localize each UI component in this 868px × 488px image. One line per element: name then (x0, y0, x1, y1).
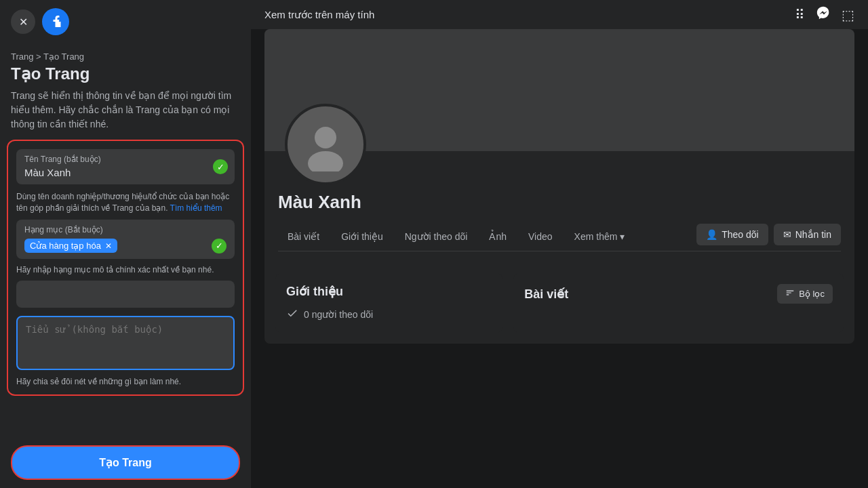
filter-icon (785, 288, 795, 300)
breadcrumb: Trang > Tạo Trang (0, 43, 251, 62)
page-description: Trang sẽ hiển thị thông tin về bạn để mọ… (0, 89, 251, 140)
expand-icon: ⬚ (842, 7, 854, 22)
category-field: Hạng mục (Bắt buộc) Cửa hàng tạp hóa ✕ ✓ (16, 220, 235, 259)
message-button[interactable]: ✉ Nhắn tin (774, 224, 841, 245)
followers-info: 0 người theo dõi (286, 307, 492, 322)
preview-expand-button[interactable]: ⬚ (842, 7, 854, 23)
cover-photo (264, 29, 854, 151)
intro-section: Giới thiệu 0 người theo dõi (275, 273, 502, 333)
posts-title: Bài viết (524, 287, 568, 302)
message-label: Nhắn tin (795, 229, 831, 240)
svg-point-2 (308, 151, 343, 171)
tab-posts[interactable]: Bài viết (278, 224, 329, 251)
category-tag-label: Cửa hàng tạp hóa (30, 241, 101, 251)
nav-tabs: Bài viết Giới thiệu Người theo dõi Ảnh V… (278, 224, 841, 251)
category-input-empty[interactable] (16, 281, 235, 308)
top-bar: ✕ (0, 0, 251, 43)
messenger-icon (816, 8, 831, 23)
posts-header: Bài viết Bộ lọc (524, 284, 833, 304)
tab-intro[interactable]: Giới thiệu (332, 224, 393, 251)
page-name-field: Tên Trang (bắt buộc) ✓ (16, 149, 235, 184)
facebook-logo (42, 8, 69, 35)
category-helper: Hãy nhập hạng mục mô tả chính xác nhất v… (16, 264, 235, 276)
posts-section: Bài viết Bộ lọc (513, 273, 844, 333)
follow-icon: 👤 (706, 229, 717, 240)
message-icon: ✉ (783, 229, 791, 240)
form-section: Tên Trang (bắt buộc) ✓ Dùng tên doanh ng… (7, 140, 244, 396)
tab-followers[interactable]: Người theo dõi (395, 224, 477, 251)
page-name-input[interactable] (24, 167, 226, 178)
close-button[interactable]: ✕ (11, 9, 35, 34)
page-preview: Màu Xanh Bài viết Giới thiệu Người theo … (264, 29, 854, 344)
filter-button[interactable]: Bộ lọc (777, 284, 833, 304)
follow-button[interactable]: 👤 Theo dõi (696, 224, 768, 245)
svg-point-1 (315, 127, 336, 148)
page-title: Tạo Trang (0, 62, 251, 89)
intro-title: Giới thiệu (286, 284, 492, 299)
followers-text: 0 người theo dõi (304, 309, 373, 320)
follow-label: Theo dõi (722, 229, 758, 240)
category-tag-remove[interactable]: ✕ (105, 241, 112, 251)
messenger-button[interactable] (816, 5, 831, 24)
grid-icon: ⠿ (795, 7, 805, 22)
page-name-label: Tên Trang (bắt buộc) (24, 155, 226, 164)
nav-actions: 👤 Theo dõi ✉ Nhắn tin (696, 224, 841, 251)
category-tag: Cửa hàng tạp hóa ✕ (24, 239, 117, 253)
category-check-icon: ✓ (212, 239, 226, 253)
page-name-helper: Dùng tên doanh nghiệp/thương hiệu/tổ chứ… (16, 191, 235, 214)
page-name-check-icon: ✓ (213, 159, 228, 174)
content-area: Giới thiệu 0 người theo dõi Bài viết (264, 262, 854, 344)
category-label: Hạng mục (Bắt buộc) (24, 225, 226, 235)
bio-textarea[interactable] (16, 316, 235, 370)
close-icon: ✕ (19, 16, 28, 28)
create-page-button[interactable]: Tạo Trang (11, 445, 240, 480)
filter-label: Bộ lọc (799, 289, 825, 299)
form-area: Tên Trang (bắt buộc) ✓ Dùng tên doanh ng… (0, 140, 251, 437)
bio-helper: Hãy chia sẻ đôi nét về những gì bạn làm … (16, 377, 235, 386)
bottom-bar: Tạo Trang (0, 437, 251, 488)
tab-photos[interactable]: Ảnh (479, 224, 516, 251)
learn-more-link[interactable]: Tìm hiểu thêm (170, 203, 222, 213)
tab-more[interactable]: Xem thêm ▾ (565, 224, 635, 251)
page-name-preview: Màu Xanh (278, 192, 841, 213)
avatar-container (285, 104, 366, 185)
grid-menu-button[interactable]: ⠿ (795, 7, 805, 23)
followers-icon (286, 307, 298, 322)
avatar-person-icon (298, 117, 353, 171)
tab-video[interactable]: Video (519, 224, 562, 251)
left-panel: ✕ Trang > Tạo Trang Tạo Trang Trang sẽ h… (0, 0, 251, 488)
right-panel: Xem trước trên máy tính ⠿ ⬚ (251, 0, 868, 488)
preview-label: Xem trước trên máy tính (264, 9, 374, 21)
avatar (285, 104, 366, 185)
